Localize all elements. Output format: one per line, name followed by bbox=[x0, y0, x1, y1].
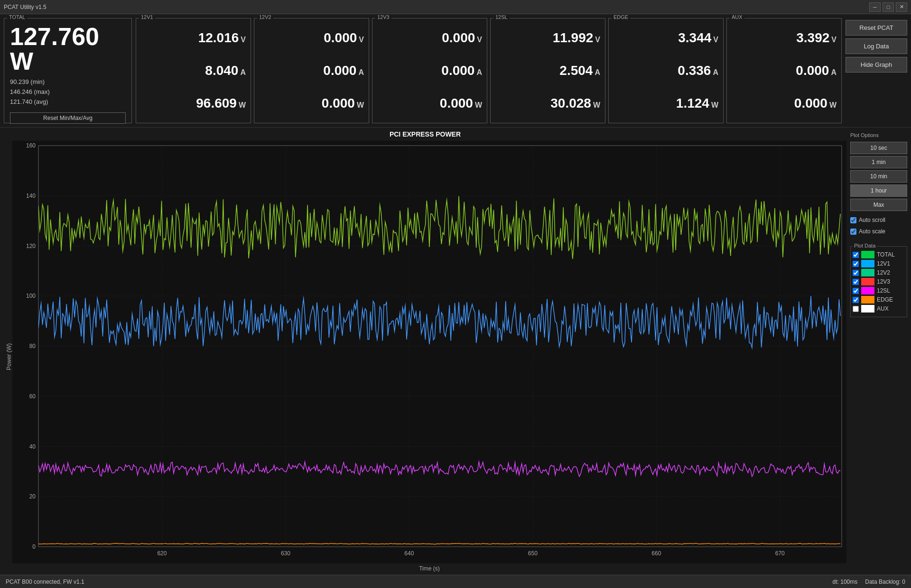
total-stats: 90.239 (min) 146.246 (max) 121.740 (avg) bbox=[10, 77, 126, 107]
auto-scroll-checkbox[interactable] bbox=[850, 217, 856, 223]
channel-label-aux: AUX bbox=[730, 14, 744, 20]
title-bar-left: PCAT Utility v1.5 bbox=[4, 4, 46, 10]
plot-btn-10-sec[interactable]: 10 sec bbox=[850, 142, 907, 154]
legend-color-12sl bbox=[861, 287, 874, 294]
power-row: 30.028 W bbox=[495, 96, 600, 111]
legend-checkbox-total[interactable] bbox=[853, 252, 859, 258]
plot-data-label: Plot Data bbox=[853, 243, 877, 248]
legend-color-12v3 bbox=[861, 278, 874, 285]
legend-row-edge: EDGE bbox=[853, 296, 905, 303]
current-unit: A bbox=[595, 68, 600, 77]
minimize-button[interactable]: ─ bbox=[869, 2, 881, 12]
channel-box-aux: AUX 3.392 V 0.000 A 0.000 W bbox=[726, 18, 842, 123]
power-unit: W bbox=[475, 101, 482, 110]
legend-label-12v1: 12V1 bbox=[877, 260, 890, 267]
total-max: 146.246 (max) bbox=[10, 87, 126, 97]
power-row: 0.000 W bbox=[259, 96, 364, 111]
graph-title: PCI EXPRESS POWER bbox=[4, 130, 846, 138]
plot-buttons: 10 sec1 min10 min1 hourMax bbox=[850, 142, 907, 213]
legend-color-edge bbox=[861, 296, 874, 303]
current-unit: A bbox=[713, 68, 718, 77]
power-unit: W bbox=[829, 101, 837, 110]
current-value: 8.040 bbox=[205, 63, 238, 78]
x-axis-label: Time (s) bbox=[12, 565, 846, 572]
voltage-unit: V bbox=[713, 36, 718, 44]
total-min: 90.239 (min) bbox=[10, 77, 126, 87]
power-row: 1.124 W bbox=[614, 96, 718, 111]
plot-btn-1-hour[interactable]: 1 hour bbox=[850, 184, 907, 197]
current-value: 2.504 bbox=[559, 63, 593, 78]
graph-canvas bbox=[12, 141, 846, 563]
channel-box-12v1: 12V1 12.016 V 8.040 A 96.609 W bbox=[136, 18, 251, 123]
maximize-button[interactable]: □ bbox=[883, 2, 894, 12]
total-watts: 127.760 W bbox=[10, 24, 126, 74]
power-unit: W bbox=[711, 101, 718, 110]
channel-label-12sl: 12SL bbox=[493, 14, 510, 20]
current-row: 2.504 A bbox=[495, 63, 600, 78]
legend-color-12v1 bbox=[861, 260, 874, 267]
action-buttons: Reset PCAT Log Data Hide Graph bbox=[846, 18, 907, 123]
top-section: TOTAL 127.760 W 90.239 (min) 146.246 (ma… bbox=[0, 14, 911, 127]
hide-graph-button[interactable]: Hide Graph bbox=[846, 57, 907, 73]
power-unit: W bbox=[239, 101, 246, 110]
legend-checkbox-12v2[interactable] bbox=[853, 270, 859, 276]
legend-color-aux bbox=[861, 305, 874, 312]
voltage-row: 0.000 V bbox=[377, 30, 482, 46]
legend-checkbox-edge[interactable] bbox=[853, 297, 859, 303]
voltage-row: 12.016 V bbox=[141, 30, 246, 46]
current-row: 0.000 A bbox=[259, 63, 364, 78]
legend-label-12sl: 12SL bbox=[877, 287, 890, 294]
plot-btn-1-min[interactable]: 1 min bbox=[850, 156, 907, 168]
auto-scroll-row: Auto scroll bbox=[850, 216, 907, 224]
legend-color-12v2 bbox=[861, 269, 874, 276]
plot-options-header: Plot Options bbox=[850, 132, 907, 138]
legend-checkbox-12sl[interactable] bbox=[853, 288, 859, 294]
channel-box-12v3: 12V3 0.000 V 0.000 A 0.000 W bbox=[372, 18, 487, 123]
legend-row-12v3: 12V3 bbox=[853, 278, 905, 285]
current-row: 8.040 A bbox=[141, 63, 246, 78]
voltage-value: 0.000 bbox=[324, 30, 357, 46]
reset-minmax-button[interactable]: Reset Min/Max/Avg bbox=[10, 112, 126, 124]
power-value: 96.609 bbox=[196, 96, 237, 111]
legend-label-total: TOTAL bbox=[877, 251, 895, 258]
current-value: 0.000 bbox=[441, 63, 474, 78]
power-value: 0.000 bbox=[322, 96, 355, 111]
voltage-value: 3.392 bbox=[796, 30, 829, 46]
plot-btn-max[interactable]: Max bbox=[850, 199, 907, 211]
channel-box-edge: EDGE 3.344 V 0.336 A 1.124 W bbox=[608, 18, 724, 123]
title-bar-controls: ─ □ ✕ bbox=[869, 2, 907, 12]
voltage-unit: V bbox=[241, 36, 246, 44]
power-value: 0.000 bbox=[440, 96, 473, 111]
power-value: 0.000 bbox=[794, 96, 827, 111]
channel-label-edge: EDGE bbox=[612, 14, 630, 20]
voltage-unit: V bbox=[477, 36, 482, 44]
legend-checkbox-12v1[interactable] bbox=[853, 261, 859, 267]
status-right: dt: 100ms Data Backlog: 0 bbox=[833, 579, 905, 585]
voltage-unit: V bbox=[595, 36, 600, 44]
current-row: 0.000 A bbox=[377, 63, 482, 78]
log-data-button[interactable]: Log Data bbox=[846, 38, 907, 54]
current-value: 0.000 bbox=[796, 63, 829, 78]
auto-scale-checkbox[interactable] bbox=[850, 229, 856, 235]
current-unit: A bbox=[476, 68, 482, 77]
legend-items: TOTAL12V112V212V312SLEDGEAUX bbox=[853, 251, 905, 312]
legend-row-aux: AUX bbox=[853, 305, 905, 312]
reset-pcat-button[interactable]: Reset PCAT bbox=[846, 20, 907, 36]
close-button[interactable]: ✕ bbox=[896, 2, 907, 12]
power-unit: W bbox=[593, 101, 600, 110]
channel-box-12sl: 12SL 11.992 V 2.504 A 30.028 W bbox=[490, 18, 605, 123]
voltage-row: 3.344 V bbox=[614, 30, 718, 46]
current-row: 0.336 A bbox=[614, 63, 718, 78]
auto-scroll-label: Auto scroll bbox=[859, 217, 885, 223]
voltage-value: 11.992 bbox=[553, 30, 594, 46]
total-box: TOTAL 127.760 W 90.239 (min) 146.246 (ma… bbox=[4, 18, 132, 123]
legend-label-12v2: 12V2 bbox=[877, 269, 890, 276]
voltage-value: 0.000 bbox=[442, 30, 475, 46]
total-avg: 121.740 (avg) bbox=[10, 97, 126, 107]
current-unit: A bbox=[240, 68, 246, 77]
power-row: 96.609 W bbox=[141, 96, 246, 111]
legend-row-12v1: 12V1 bbox=[853, 260, 905, 267]
legend-checkbox-12v3[interactable] bbox=[853, 279, 859, 285]
plot-btn-10-min[interactable]: 10 min bbox=[850, 170, 907, 183]
legend-checkbox-aux[interactable] bbox=[853, 306, 859, 312]
